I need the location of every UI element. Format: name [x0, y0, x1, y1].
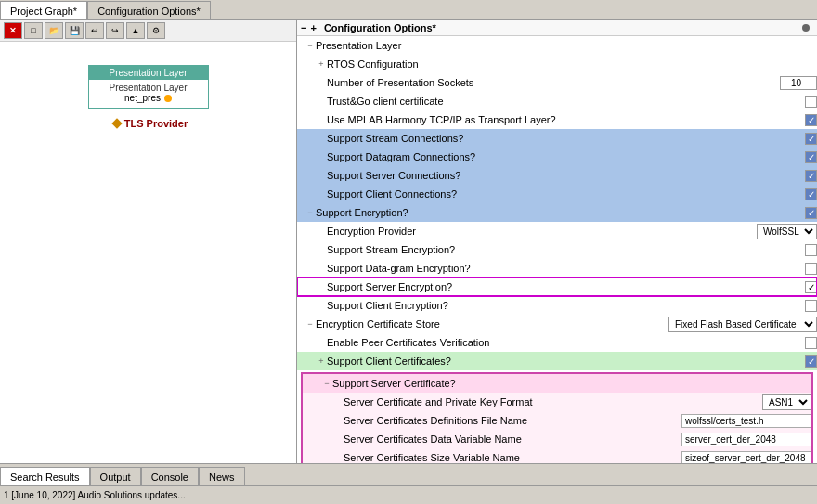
trustgo-checkbox[interactable] [805, 96, 817, 108]
bottom-status: 1 [June 10, 2022] Audio Solutions update… [0, 485, 817, 504]
rtos-label: RTOS Configuration [327, 58, 817, 70]
tab-spacer [211, 19, 817, 19]
tree-row-server-enc: Support Server Encryption? [297, 278, 817, 296]
cert-data-var-label: Server Certificates Data Variable Name [344, 433, 681, 445]
client-cert-expand[interactable]: + [316, 355, 327, 367]
component-net-row: net_pres [94, 93, 203, 103]
cert-data-var-input[interactable] [681, 433, 811, 446]
enc-provider-select[interactable]: WolfSSL [757, 224, 817, 239]
tree-row-enc-provider: Encryption Provider WolfSSL [297, 222, 817, 240]
server-enc-checkbox[interactable] [805, 281, 817, 293]
client-cert-value [805, 355, 817, 368]
datagram-enc-value [805, 263, 817, 275]
bottom-tab-console[interactable]: Console [141, 467, 199, 485]
stream-enc-label: Support Stream Encryption? [327, 244, 805, 255]
peer-verify-value [805, 337, 817, 349]
tree-row-cert-def-file: Server Certificates Definitions File Nam… [303, 411, 811, 430]
bottom-tabs: Search Results Output Console News [0, 463, 817, 485]
net-dot [164, 95, 172, 102]
support-enc-value [805, 207, 817, 219]
stream-conn-value [805, 133, 817, 145]
new-button[interactable]: □ [24, 22, 43, 39]
minus-btn[interactable]: − [301, 22, 306, 33]
client-cert-checkbox[interactable] [805, 355, 817, 368]
status-text: 1 [June 10, 2022] Audio Solutions update… [4, 490, 186, 500]
peer-verify-checkbox[interactable] [805, 337, 817, 349]
mplab-label: Use MPLAB Harmony TCP/IP as Transport La… [327, 114, 805, 125]
cert-def-file-label: Server Certificates Definitions File Nam… [344, 415, 681, 426]
tree-row-datagram-enc: Support Data-gram Encryption? [297, 259, 817, 278]
datagram-enc-checkbox[interactable] [805, 263, 817, 275]
config-scroll-area[interactable]: − Presentation Layer + RTOS Configuratio… [297, 36, 817, 463]
server-cert-header-label: Support Server Certificate? [332, 378, 811, 389]
cert-store-value: Fixed Flash Based Certificate Repo [668, 317, 817, 332]
cert-format-label: Server Certificate and Private Key Forma… [344, 396, 762, 407]
client-enc-label: Support Client Encryption? [327, 300, 805, 311]
plugin-button[interactable]: ⚙ [147, 22, 165, 39]
delete-button[interactable]: ✕ [4, 22, 22, 39]
rtos-expand[interactable]: + [316, 58, 327, 70]
cert-size-var-input[interactable] [681, 451, 811, 464]
stream-enc-checkbox[interactable] [805, 244, 817, 256]
config-title: Configuration Options* [324, 22, 436, 33]
support-enc-label: Support Encryption? [316, 207, 805, 218]
tree-row-stream-conn: Support Stream Connections? [297, 129, 817, 148]
server-cert-expand[interactable]: − [321, 378, 332, 389]
num-sockets-label: Number of Presentation Sockets [327, 77, 780, 88]
root-expand[interactable]: − [305, 40, 316, 51]
stream-conn-checkbox[interactable] [805, 133, 817, 145]
server-conn-checkbox[interactable] [805, 170, 817, 182]
up-button[interactable]: ▲ [126, 22, 145, 39]
cert-size-var-value [681, 451, 811, 464]
peer-verify-label: Enable Peer Certificates Verification [327, 337, 805, 348]
tree-row-trustgo: Trust&Go client certificate [297, 92, 817, 110]
client-conn-value [805, 188, 817, 200]
mplab-checkbox[interactable] [805, 114, 817, 126]
redo-button[interactable]: ↪ [106, 22, 124, 39]
tls-label-row: TLS Provider [113, 118, 188, 129]
root-row: − Presentation Layer [297, 36, 817, 55]
client-conn-checkbox[interactable] [805, 188, 817, 200]
enc-provider-label: Encryption Provider [327, 226, 757, 237]
server-cert-section: − Support Server Certificate? Server Cer… [301, 372, 813, 463]
bottom-tab-search-results[interactable]: Search Results [0, 467, 90, 485]
corner-dot [802, 24, 810, 32]
cert-store-expand[interactable]: − [305, 318, 316, 330]
support-enc-checkbox[interactable] [805, 207, 817, 219]
component-diagram: Presentation Layer Presentation Layer ne… [0, 42, 296, 143]
undo-button[interactable]: ↩ [85, 22, 104, 39]
cert-format-select[interactable]: ASN1 [762, 394, 811, 410]
client-conn-label: Support Client Connections? [327, 188, 805, 200]
bottom-tab-output[interactable]: Output [90, 467, 141, 485]
open-button[interactable]: 📂 [45, 22, 63, 39]
trustgo-value [805, 96, 817, 108]
plus-btn[interactable]: + [310, 22, 316, 33]
bottom-tab-news[interactable]: News [199, 467, 245, 485]
tree-row-cert-size-var: Server Certificates Size Variable Name [303, 448, 811, 463]
cert-data-var-value [681, 433, 811, 446]
component-box-subtitle: Presentation Layer [94, 83, 203, 93]
num-sockets-input[interactable] [780, 76, 817, 90]
cert-def-file-value [681, 414, 811, 428]
support-enc-expand[interactable]: − [305, 207, 316, 218]
client-enc-value [805, 300, 817, 312]
server-enc-value [805, 281, 817, 293]
component-box-title: Presentation Layer [89, 66, 208, 80]
cert-store-label: Encryption Certificate Store [316, 318, 668, 330]
tree-row-support-enc: − Support Encryption? [297, 203, 817, 222]
tree-row-datagram-conn: Support Datagram Connections? [297, 148, 817, 166]
left-panel: ✕ □ 📂 💾 ↩ ↪ ▲ ⚙ Presentation Layer Prese… [0, 20, 297, 463]
tab-project-graph[interactable]: Project Graph* [0, 1, 87, 19]
datagram-conn-checkbox[interactable] [805, 151, 817, 163]
client-enc-checkbox[interactable] [805, 300, 817, 312]
save-button[interactable]: 💾 [65, 22, 84, 39]
cert-def-file-input[interactable] [681, 414, 811, 428]
tree-row-client-enc: Support Client Encryption? [297, 296, 817, 315]
tree-row-server-conn: Support Server Connections? [297, 166, 817, 185]
cert-store-select[interactable]: Fixed Flash Based Certificate Repo [668, 317, 817, 332]
tab-config-options[interactable]: Configuration Options* [87, 1, 211, 19]
diamond-icon [111, 118, 122, 128]
client-cert-label: Support Client Certificates? [327, 355, 805, 367]
tree-row-num-sockets: Number of Presentation Sockets [297, 73, 817, 92]
datagram-conn-label: Support Datagram Connections? [327, 151, 805, 162]
